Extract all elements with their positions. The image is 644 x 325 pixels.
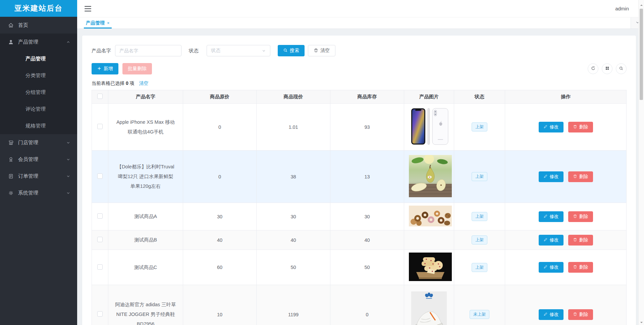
product-name-label: 产品名字 (92, 48, 111, 54)
column-search-button[interactable] (616, 63, 627, 74)
sidebar-item-label: 门店管理 (18, 140, 38, 146)
sidebar-subitem-category-management[interactable]: 分类管理 (0, 67, 77, 84)
sidebar-item-label: 首页 (18, 22, 28, 29)
row-checkbox[interactable] (97, 264, 103, 270)
search-button[interactable]: 搜索 (278, 45, 305, 56)
product-card: 产品名字 状态 状态 搜索 (82, 36, 636, 325)
col-product-name: 产品名字 (108, 90, 183, 104)
edit-button[interactable]: 修改 (539, 211, 564, 222)
row-checkbox[interactable] (97, 173, 103, 179)
selection-bar: 当前表格已选择 0 项 清空 (92, 80, 627, 87)
vertical-scrollbar[interactable] (638, 0, 644, 325)
sidebar-subitem-group-management[interactable]: 分组管理 (0, 84, 77, 101)
scroll-down-icon[interactable] (640, 320, 643, 323)
chevron-down-icon (66, 174, 70, 178)
hamburger-menu-icon[interactable] (85, 6, 91, 11)
current-price: 1199 (257, 285, 330, 325)
sidebar-subitem-product-management[interactable]: 产品管理 (0, 50, 77, 67)
edit-button[interactable]: 修改 (539, 235, 564, 246)
sidebar-item-label: 产品管理 (18, 39, 38, 45)
edit-button[interactable]: 修改 (539, 309, 564, 320)
sidebar-item-order-management[interactable]: 订单管理 (0, 168, 77, 184)
sidebar-item-member-management[interactable]: 会员管理 (0, 151, 77, 168)
row-checkbox[interactable] (97, 237, 103, 242)
product-name: 【Dole都乐】比利时Truval啤梨12只 进口水果新鲜梨 单果120g左右 (108, 151, 183, 203)
current-price: 40 (257, 230, 330, 250)
table-row: 【Dole都乐】比利时Truval啤梨12只 进口水果新鲜梨 单果120g左右 … (92, 151, 627, 203)
edit-button[interactable]: 修改 (539, 262, 564, 273)
sidebar-item-label: 会员管理 (18, 156, 38, 163)
pencil-icon (543, 174, 548, 179)
row-checkbox[interactable] (97, 124, 103, 129)
clear-filters-button[interactable]: 清空 (308, 45, 335, 56)
status-select[interactable]: 状态 (207, 45, 270, 56)
sidebar-subitem-spec-management[interactable]: 规格管理 (0, 117, 77, 134)
clear-selection-link[interactable]: 清空 (139, 80, 149, 87)
delete-button[interactable]: 删除 (568, 262, 593, 273)
selection-suffix: 项 (130, 80, 135, 86)
sidebar-item-store-management[interactable]: 门店管理 (0, 134, 77, 151)
add-button[interactable]: 新增 (92, 63, 118, 74)
batch-delete-button[interactable]: 批量删除 (122, 63, 152, 74)
delete-button[interactable]: 删除 (568, 309, 593, 320)
sidebar-item-product-management[interactable]: 产品管理 (0, 34, 77, 50)
sidebar-item-system-management[interactable]: 系统管理 (0, 184, 77, 201)
density-button[interactable] (602, 63, 612, 74)
edit-button[interactable]: 修改 (539, 122, 564, 132)
delete-button[interactable]: 删除 (568, 235, 593, 246)
row-checkbox[interactable] (97, 311, 103, 317)
refresh-button[interactable] (588, 63, 598, 74)
trash-icon (573, 124, 577, 130)
topbar: admin (77, 0, 644, 17)
toolbar: 新增 批量删除 (92, 63, 627, 74)
sidebar-item-home[interactable]: 首页 (0, 17, 77, 34)
status-badge: 上架 (472, 172, 487, 181)
filter-bar: 产品名字 状态 状态 搜索 (92, 45, 627, 56)
user-menu[interactable]: admin (615, 6, 629, 11)
trash-icon (573, 265, 577, 270)
stock: 50 (330, 250, 404, 285)
app-logo: 亚米建站后台 (0, 0, 77, 17)
order-document-icon (8, 173, 14, 179)
close-icon[interactable]: × (107, 21, 110, 25)
delete-button[interactable]: 删除 (568, 211, 593, 222)
sidebar-item-label: 系统管理 (18, 190, 38, 196)
product-image-empty (404, 230, 454, 250)
iphone-product-photo (409, 106, 452, 147)
current-price: 30 (257, 203, 330, 230)
pencil-icon (543, 124, 548, 130)
current-price: 1.01 (257, 104, 330, 151)
selection-text: 当前表格已选择 (92, 80, 124, 86)
original-price: 60 (183, 250, 257, 285)
header-checkbox-cell (92, 90, 108, 104)
product-name: 测试商品B (108, 230, 183, 250)
delete-button[interactable]: 删除 (568, 122, 593, 132)
member-badge-icon (8, 157, 14, 162)
sidebar-subitem-comment-management[interactable]: 评论管理 (0, 101, 77, 117)
scroll-up-icon[interactable] (640, 2, 643, 5)
tab-label: 产品管理 (86, 20, 105, 26)
col-stock: 商品库存 (330, 90, 404, 104)
tab-product-management[interactable]: 产品管理 × (84, 17, 112, 29)
content-area: 产品名字 状态 状态 搜索 (77, 29, 644, 325)
delete-button[interactable]: 删除 (568, 171, 593, 182)
product-name-input[interactable] (115, 45, 181, 56)
table-row: 测试商品C 60 50 50 (92, 250, 627, 285)
stock: 13 (330, 151, 404, 203)
scrollbar-thumb[interactable] (640, 9, 643, 100)
status-badge: 上架 (472, 263, 487, 272)
col-current-price: 商品现价 (257, 90, 330, 104)
refresh-icon (591, 66, 596, 72)
table-tools (588, 63, 627, 74)
sidebar-item-label: 订单管理 (18, 173, 38, 179)
home-icon (8, 22, 14, 28)
store-icon (8, 140, 14, 146)
select-all-checkbox[interactable] (97, 94, 103, 99)
pencil-icon (543, 312, 548, 317)
edit-button[interactable]: 修改 (539, 171, 564, 182)
row-checkbox[interactable] (97, 213, 103, 219)
magnifier-icon (283, 48, 288, 54)
sidebar: 亚米建站后台 首页 产品管理 产品管理 分类管理 分组管理 评论管理 规格管理 … (0, 0, 77, 325)
original-price: 0 (183, 104, 257, 151)
original-price: 10 (183, 285, 257, 325)
